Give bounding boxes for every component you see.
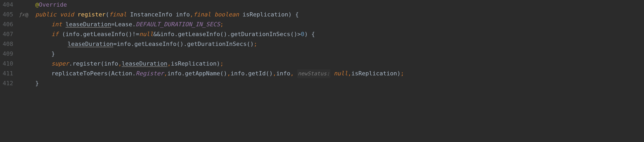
var-leaseduration: leaseDuration [65,20,111,29]
paren: ( [177,39,180,49]
semicolon: ; [254,39,257,49]
var-info: info [160,29,174,39]
class-lease: Lease [115,20,132,29]
keyword-null: null [139,29,153,39]
var-info: info [276,69,290,79]
method-getleaseinfo: getLeaseInfo [178,29,220,39]
annotation-icon: @ [25,10,28,19]
line-number[interactable]: 404 [3,0,14,10]
comma: , [190,10,193,20]
code-line[interactable]: if (info.getLeaseInfo() != null && info.… [30,29,644,39]
line-number[interactable]: 409 [3,49,14,59]
override-gutter-marker[interactable]: ƒx@ [19,10,29,20]
annotation-at: @ [35,0,39,10]
paren: ( [101,59,104,69]
code-line[interactable]: leaseDuration = info.getLeaseInfo().getD… [30,39,644,49]
semicolon: ; [401,69,404,79]
method-register: register [73,59,101,69]
brace-close: } [35,79,39,88]
paren: ( [125,29,129,39]
line-number[interactable]: 408 [3,39,14,49]
paren: ) [294,29,297,39]
code-line[interactable]: @Override [30,0,644,10]
line-number-gutter: 404 405 406 407 408 409 410 411 412 [0,0,19,88]
var-info: info [65,29,80,39]
paren: ( [220,69,224,79]
keyword-public: public [35,10,56,20]
inlay-hint-newstatus: newStatus: [297,69,330,78]
paren: ( [62,29,65,39]
var-info: info [167,69,181,79]
paren: ( [290,29,294,39]
keyword-if: if [51,29,59,39]
method-getdurationinsecs: getDurationInSecs [231,29,290,39]
keyword-super: super [51,59,69,69]
code-line[interactable]: replicateToPeers(Action.Register, info.g… [30,69,644,79]
keyword-null: null [334,69,348,79]
keyword-void: void [60,10,74,20]
dot: . [132,20,136,29]
keyword-final: final [109,10,126,20]
brace-open: { [295,10,299,20]
code-line[interactable]: } [30,79,644,88]
method-getappname: getAppName [185,69,220,79]
dot: . [245,69,248,79]
keyword-int: int [51,20,62,29]
var-info: info [104,59,118,69]
comma: , [227,69,230,79]
line-number[interactable]: 406 [3,20,14,29]
dot: . [181,69,185,79]
dot: . [69,59,72,69]
method-getleaseinfo: getLeaseInfo [134,39,177,49]
keyword-boolean: boolean [214,10,239,20]
method-getdurationinsecs: getDurationInSecs [187,39,247,49]
op-gt: > [297,29,301,39]
var-isreplication: isReplication [351,69,397,79]
code-area[interactable]: @Override public void register( final In… [29,0,644,88]
semicolon: ; [220,59,224,69]
method-getid: getId [248,69,266,79]
dot: . [132,69,136,79]
paren: ) [304,29,308,39]
gutter-annotations: ƒx@ [19,0,29,88]
paren: ( [220,29,224,39]
line-number[interactable]: 411 [3,69,14,79]
var-leaseduration: leaseDuration [122,59,167,69]
paren: ) [288,10,292,20]
code-line[interactable]: int leaseDuration = Lease.DEFAULT_DURATI… [30,20,644,29]
paren: ) [269,69,273,79]
comma: , [118,59,122,69]
comma: , [290,69,294,79]
dot: . [131,39,134,49]
param-isreplication: isReplication [243,10,288,20]
paren: ) [224,69,227,79]
paren: ) [224,29,227,39]
line-number[interactable]: 407 [3,29,14,39]
line-number[interactable]: 412 [3,79,14,88]
paren: ) [397,69,400,79]
op-neq: != [132,29,139,39]
paren: ) [250,39,254,49]
param-info: info [176,10,190,20]
implements-icon: ƒx [19,11,25,19]
paren: ( [106,10,109,20]
code-line[interactable]: } [30,49,644,59]
code-editor: 404 405 406 407 408 409 410 411 412 ƒx@ … [0,0,644,88]
brace-close: } [51,49,55,59]
type-instanceinfo: InstanceInfo [130,10,172,20]
line-number[interactable]: 410 [3,59,14,69]
paren: ( [266,69,269,79]
method-replicatetopeers: replicateToPeers [51,69,108,79]
comma: , [167,59,171,69]
code-line[interactable]: public void register( final InstanceInfo… [30,10,644,20]
var-leaseduration: leaseDuration [68,39,113,49]
method-getleaseinfo: getLeaseInfo [83,29,125,39]
paren: ) [217,59,220,69]
line-number[interactable]: 405 [3,10,14,20]
dot: . [80,29,83,39]
code-line[interactable]: super.register(info, leaseDuration, isRe… [30,59,644,69]
dot: . [227,29,230,39]
comma: , [273,69,276,79]
const-default-duration: DEFAULT_DURATION_IN_SECS [136,20,220,29]
dot: . [174,29,178,39]
